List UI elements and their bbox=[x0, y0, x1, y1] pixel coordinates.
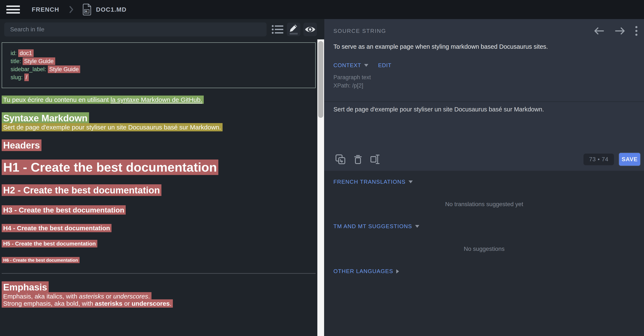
chevron-down-icon bbox=[408, 181, 413, 183]
select-text-button[interactable] bbox=[370, 154, 380, 164]
chevron-right-icon bbox=[69, 6, 74, 14]
svg-text:M↓: M↓ bbox=[85, 10, 88, 13]
chevron-right-icon bbox=[396, 269, 399, 273]
text-selection-icon bbox=[370, 154, 380, 164]
clear-translation-button[interactable] bbox=[354, 154, 362, 164]
string-frontmatter-id[interactable]: doc1 bbox=[18, 49, 34, 57]
document-preview: id: doc1 title: Style Guide sidebar_labe… bbox=[0, 38, 317, 336]
string-heading-syntax[interactable]: Syntaxe Markdown bbox=[2, 113, 316, 124]
breadcrumb-project[interactable]: FRENCH bbox=[32, 6, 59, 13]
section-other-languages[interactable]: OTHER LANGUAGES bbox=[334, 268, 399, 275]
next-string-button[interactable] bbox=[614, 26, 626, 36]
string-emphasis-paragraph[interactable]: Emphasis, aka italics, with asterisks or… bbox=[2, 293, 316, 300]
frontmatter-line: id: doc1 bbox=[10, 49, 307, 57]
translations-empty-state: No translations suggested yet bbox=[324, 201, 644, 208]
string-h5[interactable]: H5 - Create the best documentation bbox=[2, 240, 316, 247]
more-options-button[interactable] bbox=[635, 26, 638, 36]
list-icon bbox=[272, 24, 284, 35]
string-h6[interactable]: H6 - Create the best documentation bbox=[2, 257, 316, 263]
horizontal-rule bbox=[2, 273, 316, 274]
translation-panel: SOURCE STRING To serve as an example pag… bbox=[324, 19, 644, 336]
string-heading-headers[interactable]: Headers bbox=[2, 140, 316, 151]
vertical-scrollbar-track[interactable] bbox=[317, 39, 324, 336]
arrow-right-icon bbox=[614, 26, 626, 36]
string-frontmatter-sidebar-label[interactable]: Style Guide bbox=[48, 65, 80, 73]
context-type-text: Paragraph text bbox=[334, 74, 371, 81]
tm-empty-state: No suggestions bbox=[324, 246, 644, 252]
menu-icon[interactable] bbox=[6, 6, 20, 14]
kebab-menu-icon bbox=[635, 26, 638, 36]
copy-source-icon bbox=[335, 154, 346, 164]
chevron-down-icon bbox=[364, 64, 368, 67]
eye-icon bbox=[305, 26, 316, 33]
breadcrumb-file[interactable]: DOC1.MD bbox=[96, 6, 126, 13]
context-toggle[interactable]: CONTEXT bbox=[334, 62, 361, 69]
trash-icon bbox=[354, 154, 362, 164]
string-strong-paragraph[interactable]: Strong emphasis, aka bold, with asterisk… bbox=[2, 300, 316, 307]
divider bbox=[324, 101, 644, 102]
translation-input[interactable]: Sert de page d'exemple pour styliser un … bbox=[334, 105, 636, 148]
frontmatter-line: title: Style Guide bbox=[10, 57, 307, 65]
string-intro-paragraph[interactable]: Tu peux écrire du contenu en utilisant l… bbox=[2, 96, 316, 103]
vertical-scrollbar-thumb[interactable] bbox=[318, 41, 323, 118]
save-button[interactable]: SAVE bbox=[618, 152, 640, 166]
edit-mode-button[interactable] bbox=[287, 23, 300, 36]
string-frontmatter-title[interactable]: Style Guide bbox=[23, 57, 55, 65]
character-counter: 73 • 74 bbox=[584, 153, 614, 165]
preview-mode-button[interactable] bbox=[304, 23, 317, 36]
section-tm-mt-suggestions[interactable]: TM AND MT SUGGESTIONS bbox=[334, 223, 419, 230]
arrow-left-icon bbox=[594, 26, 605, 36]
source-string-header: SOURCE STRING bbox=[334, 28, 386, 34]
frontmatter-line: slug: / bbox=[10, 73, 307, 81]
file-preview-panel: id: doc1 title: Style Guide sidebar_labe… bbox=[0, 19, 317, 336]
previous-string-button[interactable] bbox=[594, 26, 605, 36]
string-selected-paragraph[interactable]: Sert de page d'exemple pour styliser un … bbox=[2, 124, 316, 131]
string-h4[interactable]: H4 - Create the best documentation bbox=[2, 224, 316, 232]
string-frontmatter-slug[interactable]: / bbox=[24, 74, 29, 81]
copy-source-button[interactable] bbox=[335, 154, 346, 164]
search-input[interactable] bbox=[4, 23, 266, 37]
section-french-translations[interactable]: FRENCH TRANSLATIONS bbox=[334, 179, 413, 185]
markdown-link-text: la syntaxe Markdown de GitHub. bbox=[111, 96, 202, 103]
chevron-down-icon bbox=[415, 225, 419, 228]
string-heading-emphasis[interactable]: Emphasis bbox=[2, 282, 316, 293]
top-bar: FRENCH M↓ DOC1.MD bbox=[0, 0, 644, 19]
source-string-text: To serve as an example page when styling… bbox=[334, 43, 636, 50]
string-h3[interactable]: H3 - Create the best documentation bbox=[2, 206, 316, 214]
pencil-icon bbox=[290, 24, 298, 32]
markdown-file-icon: M↓ bbox=[82, 4, 92, 16]
context-xpath-text: XPath: /p[2] bbox=[334, 82, 363, 89]
string-h2[interactable]: H2 - Create the best documentation bbox=[2, 185, 316, 196]
source-string-card: SOURCE STRING To serve as an example pag… bbox=[324, 19, 644, 171]
frontmatter-block: id: doc1 title: Style Guide sidebar_labe… bbox=[2, 42, 316, 88]
string-h1[interactable]: H1 - Create the best documentation bbox=[2, 160, 316, 175]
translation-toolbar: 73 • 74 SAVE bbox=[324, 151, 640, 167]
context-edit-link[interactable]: EDIT bbox=[378, 62, 392, 69]
string-list-view-button[interactable] bbox=[271, 23, 284, 36]
frontmatter-line: sidebar_label: Style Guide bbox=[10, 65, 307, 73]
